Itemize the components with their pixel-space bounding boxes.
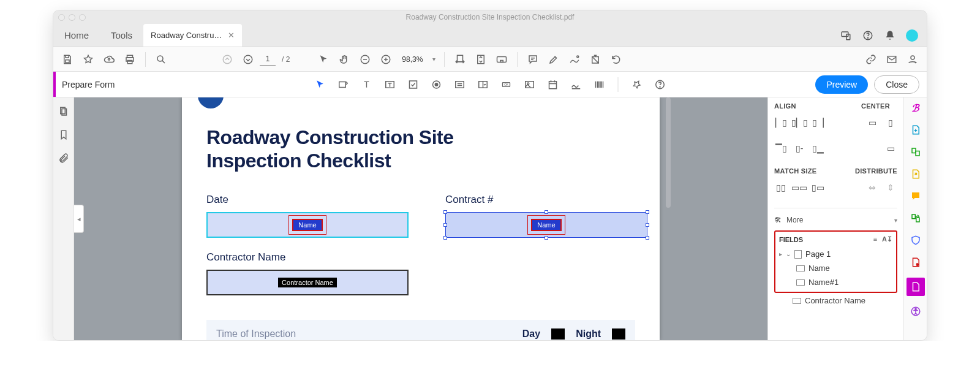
signature-field-icon[interactable] [568, 75, 585, 94]
tab-close-icon[interactable]: ✕ [228, 31, 235, 40]
match-width-icon[interactable]: ▯▯ [774, 181, 788, 194]
tab-tools[interactable]: Tools [100, 24, 143, 47]
text-box-icon[interactable] [382, 75, 399, 94]
align-bottom-icon[interactable]: ▯▁ [811, 142, 824, 155]
align-center-h-icon[interactable]: ▯▏▯ [793, 116, 806, 129]
fit-width-icon[interactable] [451, 50, 469, 69]
close-button[interactable]: Close [874, 75, 919, 94]
sort-order-icon[interactable]: ≡ [873, 235, 877, 243]
distribute-v-icon[interactable]: ⇕ [884, 181, 897, 194]
image-field-icon[interactable] [521, 75, 538, 94]
center-h-icon[interactable]: ▭ [865, 116, 879, 129]
undo-icon[interactable] [607, 50, 625, 69]
barcode-field-icon[interactable] [591, 75, 608, 94]
zoom-value[interactable]: 98,3% [398, 55, 427, 64]
export-pdf-icon[interactable] [909, 167, 922, 181]
svg-rect-21 [339, 82, 346, 87]
date-field-icon[interactable] [545, 75, 562, 94]
radio-icon[interactable] [428, 75, 445, 94]
center-v-icon[interactable]: ▯ [884, 116, 897, 129]
fields-tree-name1[interactable]: Name#1 [778, 275, 894, 289]
more-row[interactable]: 🛠 More ▾ [774, 212, 897, 228]
vertical-scrollbar[interactable] [666, 97, 671, 208]
sort-az-icon[interactable]: A↧ [882, 235, 892, 243]
help-icon[interactable] [862, 29, 874, 42]
tab-document[interactable]: Roadway Constru… ✕ [143, 24, 242, 47]
day-time-field[interactable] [551, 328, 565, 340]
erase-icon[interactable] [586, 50, 605, 69]
contractor-form-field[interactable]: Contractor Name [206, 270, 409, 295]
attachments-icon[interactable] [58, 153, 69, 164]
match-both-icon[interactable]: ▯▭ [811, 181, 824, 194]
page-up-icon[interactable] [218, 50, 236, 69]
accessibility-icon[interactable] [909, 305, 922, 318]
zoom-in-icon[interactable] [377, 50, 395, 69]
align-left-icon[interactable]: ▏▯ [774, 116, 788, 129]
protect-icon[interactable] [909, 233, 922, 247]
chevron-down-icon[interactable]: ⌄ [786, 251, 791, 257]
align-middle-icon[interactable]: ▯- [793, 142, 806, 155]
draw-icon[interactable] [565, 50, 584, 69]
date-form-field[interactable]: Name [206, 212, 409, 238]
button-field-icon[interactable]: OK [498, 75, 515, 94]
text-field-mini-icon [796, 265, 805, 271]
print-icon[interactable] [121, 50, 139, 69]
help-form-icon[interactable] [652, 75, 669, 94]
fields-tree-page1[interactable]: ▸ ⌄ Page 1 [778, 247, 894, 261]
comment-icon[interactable] [524, 50, 542, 69]
distribute-h-icon[interactable]: ⇔ [865, 181, 879, 194]
dropdown-icon[interactable] [475, 75, 492, 94]
save-icon[interactable] [58, 50, 77, 69]
zoom-dropdown-icon[interactable]: ▾ [429, 50, 438, 69]
combine-files-icon[interactable] [909, 145, 922, 159]
highlight-icon[interactable] [545, 50, 563, 69]
fill-sign-icon[interactable]: i [909, 256, 922, 269]
zoom-out-icon[interactable] [356, 50, 374, 69]
text-icon[interactable] [358, 75, 375, 94]
hand-tool-icon[interactable] [335, 50, 353, 69]
center-both-icon[interactable]: ▭ [884, 142, 897, 155]
contract-form-field[interactable]: Name [445, 212, 647, 238]
preview-button[interactable]: Preview [815, 75, 868, 94]
signature-tool-icon[interactable]: ℬ [909, 101, 922, 115]
align-right-icon[interactable]: ▯▕ [811, 116, 824, 129]
thumbnails-icon[interactable] [58, 106, 69, 117]
text-field-icon[interactable] [335, 75, 352, 94]
comment-tool-icon[interactable] [909, 189, 922, 203]
cloud-upload-icon[interactable] [100, 50, 118, 69]
night-time-field[interactable] [612, 328, 625, 340]
page-icon [794, 250, 802, 259]
bookmarks-icon[interactable] [58, 129, 69, 140]
user-avatar[interactable] [906, 29, 918, 42]
time-of-inspection-section: Time of Inspection Day Night [206, 320, 635, 340]
email-icon[interactable] [883, 50, 901, 69]
collapse-leftrail-icon[interactable]: ◂ [74, 205, 84, 233]
list-box-icon[interactable] [451, 75, 469, 94]
create-pdf-icon[interactable] [909, 123, 922, 137]
expand-left-icon[interactable]: ▸ [779, 251, 782, 257]
prepare-form-rail-icon[interactable] [907, 278, 925, 296]
document-viewport[interactable]: ◂ Roadway Construction Site Inspection C… [74, 97, 767, 340]
pointer-tool-icon[interactable] [312, 75, 329, 94]
checkbox-icon[interactable] [405, 75, 422, 94]
star-icon[interactable] [79, 50, 97, 69]
svg-point-8 [157, 56, 163, 61]
find-icon[interactable] [152, 50, 170, 69]
align-top-icon[interactable]: ▔▯ [774, 142, 788, 155]
link-icon[interactable] [862, 50, 880, 69]
tab-home[interactable]: Home [53, 24, 100, 47]
fields-tree-name[interactable]: Name [778, 261, 894, 275]
fit-page-icon[interactable] [472, 50, 490, 69]
organize-pages-icon[interactable] [909, 211, 922, 225]
contract-field-group: Contract # Name [445, 194, 647, 238]
read-mode-icon[interactable] [492, 50, 511, 69]
devices-icon[interactable] [840, 29, 852, 42]
page-number-input[interactable] [260, 53, 276, 66]
match-height-icon[interactable]: ▭▭ [793, 181, 806, 194]
notifications-icon[interactable] [884, 29, 896, 42]
page-down-icon[interactable] [239, 50, 257, 69]
fields-tree-contractor[interactable]: Contractor Name [774, 293, 897, 305]
select-tool-icon[interactable] [314, 50, 333, 69]
sign-icon[interactable] [903, 50, 922, 69]
pin-icon[interactable] [628, 75, 646, 94]
